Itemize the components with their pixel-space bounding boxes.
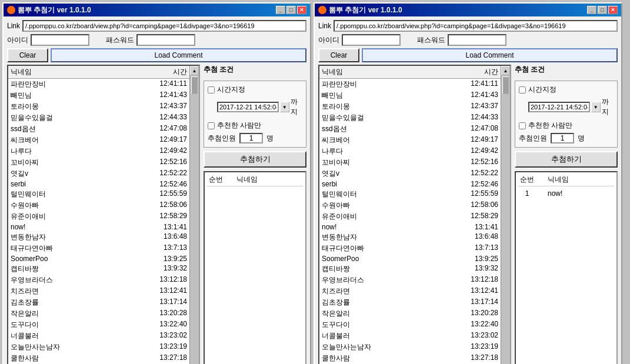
list-item[interactable]: 도꾸다이 13:22:40 <box>319 319 501 330</box>
list-item[interactable]: 수원아빠 12:58:06 <box>8 200 189 211</box>
list-item[interactable]: 유준이애비 12:58:29 <box>319 211 501 222</box>
link-input[interactable] <box>334 20 618 32</box>
list-item[interactable]: 우영브라더스 13:12:18 <box>8 275 189 286</box>
pw-input[interactable] <box>448 34 506 46</box>
scrollbar[interactable]: ▲ ▼ <box>189 66 199 364</box>
datetime-input[interactable] <box>528 102 590 112</box>
list-item[interactable]: serbi 12:52:46 <box>8 179 189 189</box>
maximize-button[interactable]: □ <box>598 6 607 14</box>
id-input[interactable] <box>31 34 89 46</box>
list-item[interactable]: 나루다 12:49:42 <box>8 146 189 157</box>
list-item[interactable]: 빼민님 12:41:43 <box>8 90 189 101</box>
load-comment-button[interactable]: Load Comment <box>362 48 618 62</box>
close-button[interactable]: ✕ <box>608 6 618 14</box>
list-item[interactable]: 캡티바짱 13:9:32 <box>8 263 189 275</box>
list-item[interactable]: ssd옵션 12:47:08 <box>8 123 189 135</box>
list-item[interactable]: 쿨한사람 13:27:18 <box>8 353 189 364</box>
list-item[interactable]: now! 13:1:41 <box>8 222 189 232</box>
list-item[interactable]: 꼬비아찌 12:52:16 <box>319 157 501 168</box>
minimize-button[interactable]: _ <box>276 6 285 14</box>
list-item[interactable]: 변동한남자 13:6:48 <box>319 232 501 243</box>
list-item[interactable]: 도꾸다이 13:22:40 <box>8 319 189 330</box>
list-item[interactable]: 너콜불러 13:23:02 <box>319 330 501 342</box>
list-item[interactable]: 쿨한사람 13:27:18 <box>319 353 501 364</box>
list-item[interactable]: SoomerPoo 13:9:25 <box>8 254 189 263</box>
list-item[interactable]: 파란만장비 12:41:11 <box>319 79 501 90</box>
list-item-name: 토라이몽 <box>322 102 463 112</box>
list-item[interactable]: 수원아빠 12:58:06 <box>319 200 501 211</box>
load-comment-button[interactable]: Load Comment <box>51 48 306 62</box>
list-item[interactable]: 털민웨이터 12:55:59 <box>319 189 501 200</box>
datetime-picker-button[interactable]: ▼ <box>591 102 601 112</box>
list-item[interactable]: 태규다연아빠 13:7:13 <box>8 243 189 254</box>
result-header: 순번 닉네임 <box>518 175 614 186</box>
list-item[interactable]: 믿을수있을걸 12:44:33 <box>8 112 189 123</box>
list-item[interactable]: 믿을수있을걸 12:44:33 <box>319 112 501 123</box>
list-item[interactable]: 꼬비아찌 12:52:16 <box>8 157 189 168</box>
scroll-thumb[interactable] <box>191 76 198 94</box>
list-item[interactable]: 작은알리 13:20:28 <box>319 308 501 319</box>
list-scroll-area[interactable]: 파란만장비 12:41:11 빼민님 12:41:43 토라이몽 12:43:3… <box>8 79 189 364</box>
scroll-up-button[interactable]: ▲ <box>190 66 199 75</box>
list-item[interactable]: 오늘만사는남자 13:23:19 <box>8 342 189 353</box>
count-input[interactable] <box>239 133 263 143</box>
list-item[interactable]: ssd옵션 12:47:08 <box>319 123 501 135</box>
list-item-name: 우영브라더스 <box>322 275 463 285</box>
list-item-time: 13:23:02 <box>463 331 498 341</box>
list-item[interactable]: 캡티바짱 13:9:32 <box>319 263 501 275</box>
count-input[interactable] <box>551 133 574 143</box>
link-row: Link <box>7 20 306 32</box>
recommended-checkbox[interactable] <box>208 122 215 129</box>
list-item[interactable]: 유준이애비 12:58:29 <box>8 211 189 222</box>
title-bar-buttons: _ □ ✕ <box>276 6 306 14</box>
nickname-list-panel: 닉네임 시간 파란만장비 12:41:11 빼민님 12:41:43 토라이몽 … <box>7 65 200 364</box>
result-col-num: 순번 <box>207 175 225 185</box>
datetime-picker-button[interactable]: ▼ <box>280 102 289 112</box>
list-item-time: 13:23:02 <box>152 331 187 341</box>
list-item[interactable]: 치즈라면 13:12:41 <box>8 286 189 297</box>
close-button[interactable]: ✕ <box>297 6 306 14</box>
list-scroll-area[interactable]: 파란만장비 12:41:11 빼민님 12:41:43 토라이몽 12:43:3… <box>319 79 501 364</box>
list-item-time: 12:43:37 <box>152 102 187 112</box>
recommended-checkbox[interactable] <box>519 122 526 129</box>
draw-button[interactable]: 추첨하기 <box>204 151 306 168</box>
link-input[interactable] <box>22 20 306 32</box>
list-item[interactable]: now! 13:1:41 <box>319 222 501 232</box>
list-item[interactable]: 나루다 12:49:42 <box>319 146 501 157</box>
list-item[interactable]: serbi 12:52:46 <box>319 179 501 189</box>
list-item[interactable]: 토라이몽 12:43:37 <box>319 101 501 112</box>
list-item[interactable]: 털민웨이터 12:55:59 <box>8 189 189 200</box>
minimize-button[interactable]: _ <box>587 6 596 14</box>
list-item[interactable]: 너콜불러 13:23:02 <box>8 330 189 342</box>
list-item[interactable]: 토라이몽 12:43:37 <box>8 101 189 112</box>
scroll-up-button[interactable]: ▲ <box>501 66 510 75</box>
list-item[interactable]: 변동한남자 13:6:48 <box>8 232 189 243</box>
scrollbar[interactable]: ▲ ▼ <box>501 66 510 364</box>
right-panel: 추첨 조건 시간지정 ▼ 까지 추천한 사람만 추첨인원 명 추첨하기 순번 닉… <box>204 65 306 364</box>
list-item[interactable]: 엿길v 12:52:22 <box>319 168 501 179</box>
list-item[interactable]: 김초장률 13:17:14 <box>8 297 189 308</box>
list-item[interactable]: 씨크베어 12:49:17 <box>8 135 189 146</box>
list-item[interactable]: 태규다연아빠 13:7:13 <box>319 243 501 254</box>
list-item[interactable]: 파란만장비 12:41:11 <box>8 79 189 90</box>
clear-button[interactable]: Clear <box>7 48 48 62</box>
list-item[interactable]: 씨크베어 12:49:17 <box>319 135 501 146</box>
list-item[interactable]: 김초장률 13:17:14 <box>319 297 501 308</box>
draw-button[interactable]: 추첨하기 <box>515 151 618 168</box>
list-item[interactable]: 오늘만사는남자 13:23:19 <box>319 342 501 353</box>
id-input[interactable] <box>342 34 401 46</box>
time-checkbox[interactable] <box>519 86 526 93</box>
datetime-input[interactable] <box>217 102 279 112</box>
list-item[interactable]: 우영브라더스 13:12:18 <box>319 275 501 286</box>
list-item[interactable]: 작은알리 13:20:28 <box>8 308 189 319</box>
count-row: 추첨인원 명 <box>208 133 302 143</box>
list-item[interactable]: 치즈라면 13:12:41 <box>319 286 501 297</box>
pw-input[interactable] <box>136 34 195 46</box>
scroll-thumb[interactable] <box>502 76 509 94</box>
maximize-button[interactable]: □ <box>286 6 296 14</box>
list-item[interactable]: SoomerPoo 13:9:25 <box>319 254 501 263</box>
clear-button[interactable]: Clear <box>318 48 359 62</box>
time-checkbox[interactable] <box>208 86 215 93</box>
list-item[interactable]: 엿길v 12:52:22 <box>8 168 189 179</box>
list-item[interactable]: 빼민님 12:41:43 <box>319 90 501 101</box>
